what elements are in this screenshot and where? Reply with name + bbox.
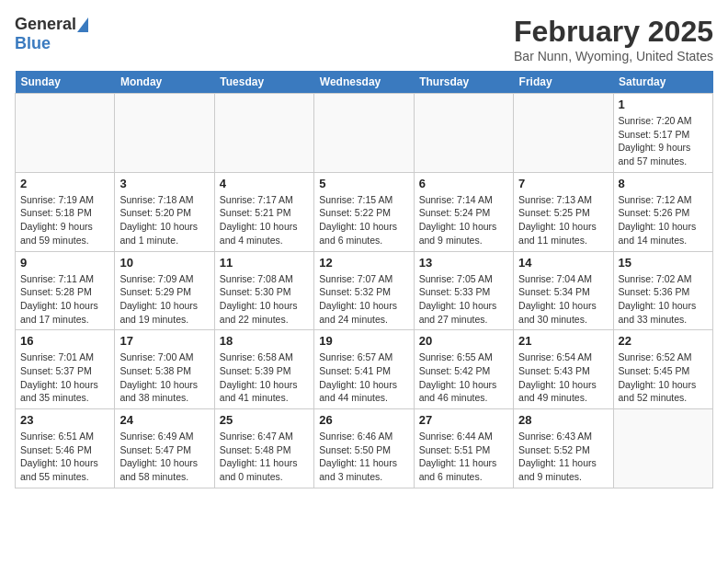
day-number: 18	[220, 334, 309, 348]
day-info: Sunrise: 7:05 AM Sunset: 5:33 PM Dayligh…	[419, 272, 508, 327]
calendar-day-cell	[314, 94, 414, 173]
calendar-day-cell	[414, 94, 513, 173]
day-number: 19	[319, 334, 408, 348]
location-title: Bar Nunn, Wyoming, United States	[514, 49, 713, 63]
day-info: Sunrise: 6:44 AM Sunset: 5:51 PM Dayligh…	[419, 430, 508, 484]
day-info: Sunrise: 6:54 AM Sunset: 5:43 PM Dayligh…	[518, 350, 608, 405]
header-day-monday: Monday	[115, 71, 214, 94]
header-day-sunday: Sunday	[16, 71, 115, 94]
calendar-day-cell: 8Sunrise: 7:12 AM Sunset: 5:26 PM Daylig…	[613, 172, 712, 251]
day-info: Sunrise: 6:51 AM Sunset: 5:46 PM Dayligh…	[20, 430, 109, 484]
calendar-day-cell: 6Sunrise: 7:14 AM Sunset: 5:24 PM Daylig…	[414, 172, 513, 251]
calendar-day-cell: 28Sunrise: 6:43 AM Sunset: 5:52 PM Dayli…	[514, 409, 613, 488]
day-info: Sunrise: 6:43 AM Sunset: 5:52 PM Dayligh…	[518, 430, 608, 484]
day-info: Sunrise: 7:01 AM Sunset: 5:37 PM Dayligh…	[20, 350, 109, 405]
calendar-day-cell: 15Sunrise: 7:02 AM Sunset: 5:36 PM Dayli…	[613, 251, 712, 330]
calendar-day-cell: 23Sunrise: 6:51 AM Sunset: 5:46 PM Dayli…	[16, 409, 115, 488]
day-info: Sunrise: 6:58 AM Sunset: 5:39 PM Dayligh…	[220, 350, 309, 405]
day-number: 14	[518, 256, 608, 270]
day-number: 2	[20, 177, 109, 190]
logo-blue-text: Blue	[15, 34, 51, 53]
calendar-week-row: 9Sunrise: 7:11 AM Sunset: 5:28 PM Daylig…	[16, 251, 713, 330]
day-number: 6	[419, 177, 508, 190]
day-info: Sunrise: 7:18 AM Sunset: 5:20 PM Dayligh…	[119, 193, 209, 247]
calendar-day-cell: 17Sunrise: 7:00 AM Sunset: 5:38 PM Dayli…	[115, 330, 214, 409]
calendar-day-cell	[115, 94, 214, 173]
logo-triangle-icon	[77, 17, 88, 32]
day-number: 25	[220, 413, 309, 427]
day-info: Sunrise: 7:19 AM Sunset: 5:18 PM Dayligh…	[20, 193, 109, 247]
day-info: Sunrise: 6:47 AM Sunset: 5:48 PM Dayligh…	[220, 430, 309, 484]
header: General Blue February 2025 Bar Nunn, Wyo…	[15, 15, 713, 63]
calendar-day-cell: 18Sunrise: 6:58 AM Sunset: 5:39 PM Dayli…	[214, 330, 313, 409]
calendar-day-cell: 11Sunrise: 7:08 AM Sunset: 5:30 PM Dayli…	[214, 251, 313, 330]
day-number: 3	[119, 177, 209, 190]
header-day-thursday: Thursday	[414, 71, 513, 94]
header-day-saturday: Saturday	[613, 71, 712, 94]
calendar-day-cell: 14Sunrise: 7:04 AM Sunset: 5:34 PM Dayli…	[514, 251, 613, 330]
calendar-day-cell: 16Sunrise: 7:01 AM Sunset: 5:37 PM Dayli…	[16, 330, 115, 409]
calendar-day-cell: 19Sunrise: 6:57 AM Sunset: 5:41 PM Dayli…	[314, 330, 414, 409]
calendar-table: SundayMondayTuesdayWednesdayThursdayFrid…	[15, 71, 713, 488]
calendar-day-cell: 2Sunrise: 7:19 AM Sunset: 5:18 PM Daylig…	[16, 172, 115, 251]
day-info: Sunrise: 6:52 AM Sunset: 5:45 PM Dayligh…	[619, 350, 708, 405]
day-number: 8	[619, 177, 708, 190]
day-number: 7	[518, 177, 608, 190]
title-area: February 2025 Bar Nunn, Wyoming, United …	[514, 15, 713, 63]
day-info: Sunrise: 6:49 AM Sunset: 5:47 PM Dayligh…	[119, 430, 209, 484]
calendar-week-row: 23Sunrise: 6:51 AM Sunset: 5:46 PM Dayli…	[16, 409, 713, 488]
day-info: Sunrise: 7:12 AM Sunset: 5:26 PM Dayligh…	[619, 193, 708, 247]
day-info: Sunrise: 7:15 AM Sunset: 5:22 PM Dayligh…	[319, 193, 408, 247]
day-number: 23	[20, 413, 109, 427]
day-info: Sunrise: 6:46 AM Sunset: 5:50 PM Dayligh…	[319, 430, 408, 484]
calendar-week-row: 1Sunrise: 7:20 AM Sunset: 5:17 PM Daylig…	[16, 94, 713, 173]
day-number: 15	[619, 256, 708, 270]
day-number: 24	[119, 413, 209, 427]
day-info: Sunrise: 7:11 AM Sunset: 5:28 PM Dayligh…	[20, 272, 109, 327]
calendar-day-cell: 3Sunrise: 7:18 AM Sunset: 5:20 PM Daylig…	[115, 172, 214, 251]
day-info: Sunrise: 7:20 AM Sunset: 5:17 PM Dayligh…	[619, 114, 708, 168]
calendar-day-cell: 21Sunrise: 6:54 AM Sunset: 5:43 PM Dayli…	[514, 330, 613, 409]
calendar-day-cell: 25Sunrise: 6:47 AM Sunset: 5:48 PM Dayli…	[214, 409, 313, 488]
calendar-day-cell: 1Sunrise: 7:20 AM Sunset: 5:17 PM Daylig…	[613, 94, 712, 173]
day-info: Sunrise: 7:07 AM Sunset: 5:32 PM Dayligh…	[319, 272, 408, 327]
calendar-day-cell: 13Sunrise: 7:05 AM Sunset: 5:33 PM Dayli…	[414, 251, 513, 330]
day-number: 12	[319, 256, 408, 270]
calendar-day-cell	[16, 94, 115, 173]
day-number: 17	[119, 334, 209, 348]
calendar-day-cell: 22Sunrise: 6:52 AM Sunset: 5:45 PM Dayli…	[613, 330, 712, 409]
day-number: 9	[20, 256, 109, 270]
day-info: Sunrise: 7:00 AM Sunset: 5:38 PM Dayligh…	[119, 350, 209, 405]
calendar-week-row: 16Sunrise: 7:01 AM Sunset: 5:37 PM Dayli…	[16, 330, 713, 409]
logo: General Blue	[15, 15, 88, 53]
calendar-day-cell: 9Sunrise: 7:11 AM Sunset: 5:28 PM Daylig…	[16, 251, 115, 330]
day-number: 21	[518, 334, 608, 348]
day-number: 16	[20, 334, 109, 348]
day-info: Sunrise: 7:13 AM Sunset: 5:25 PM Dayligh…	[518, 193, 608, 247]
month-title: February 2025	[514, 15, 713, 49]
calendar-day-cell: 10Sunrise: 7:09 AM Sunset: 5:29 PM Dayli…	[115, 251, 214, 330]
day-info: Sunrise: 6:57 AM Sunset: 5:41 PM Dayligh…	[319, 350, 408, 405]
logo-general-text: General	[15, 15, 76, 34]
day-number: 5	[319, 177, 408, 190]
day-info: Sunrise: 7:09 AM Sunset: 5:29 PM Dayligh…	[119, 272, 209, 327]
day-info: Sunrise: 6:55 AM Sunset: 5:42 PM Dayligh…	[419, 350, 508, 405]
day-number: 22	[619, 334, 708, 348]
calendar-day-cell: 7Sunrise: 7:13 AM Sunset: 5:25 PM Daylig…	[514, 172, 613, 251]
day-number: 10	[119, 256, 209, 270]
calendar-day-cell: 20Sunrise: 6:55 AM Sunset: 5:42 PM Dayli…	[414, 330, 513, 409]
day-number: 20	[419, 334, 508, 348]
day-info: Sunrise: 7:04 AM Sunset: 5:34 PM Dayligh…	[518, 272, 608, 327]
day-number: 26	[319, 413, 408, 427]
calendar-day-cell	[613, 409, 712, 488]
calendar-week-row: 2Sunrise: 7:19 AM Sunset: 5:18 PM Daylig…	[16, 172, 713, 251]
day-number: 27	[419, 413, 508, 427]
day-number: 4	[220, 177, 309, 190]
calendar-day-cell: 5Sunrise: 7:15 AM Sunset: 5:22 PM Daylig…	[314, 172, 414, 251]
day-info: Sunrise: 7:02 AM Sunset: 5:36 PM Dayligh…	[619, 272, 708, 327]
header-day-wednesday: Wednesday	[314, 71, 414, 94]
calendar-day-cell: 24Sunrise: 6:49 AM Sunset: 5:47 PM Dayli…	[115, 409, 214, 488]
day-info: Sunrise: 7:08 AM Sunset: 5:30 PM Dayligh…	[220, 272, 309, 327]
calendar-header-row: SundayMondayTuesdayWednesdayThursdayFrid…	[16, 71, 713, 94]
calendar-day-cell: 26Sunrise: 6:46 AM Sunset: 5:50 PM Dayli…	[314, 409, 414, 488]
